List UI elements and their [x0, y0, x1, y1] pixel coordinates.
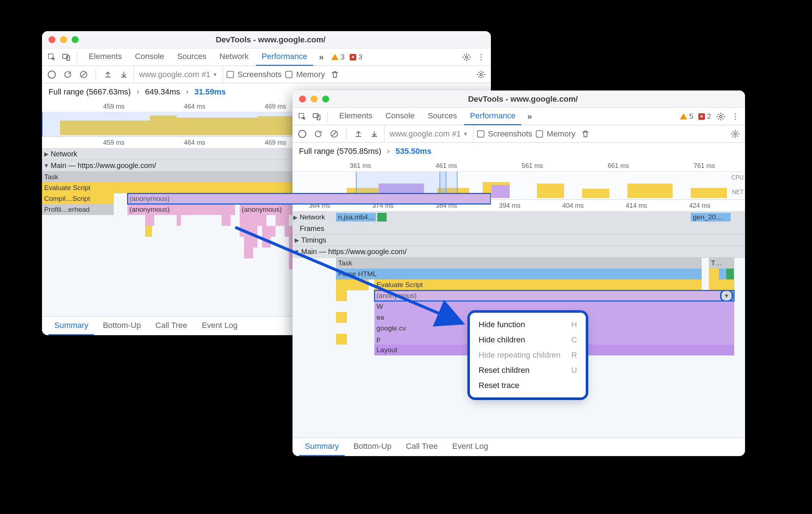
- btab-event-log[interactable]: Event Log: [446, 438, 494, 456]
- disclosure-icon: ▼: [43, 163, 49, 169]
- flame-stripe[interactable]: [709, 279, 734, 290]
- errors-badge[interactable]: 2: [697, 112, 712, 121]
- more-tabs-button[interactable]: »: [315, 51, 328, 63]
- network-request[interactable]: gen_20…: [691, 213, 731, 222]
- memory-checkbox[interactable]: [285, 71, 293, 78]
- flame-stripe[interactable]: [336, 279, 369, 290]
- reload-icon[interactable]: [312, 128, 324, 140]
- gear-icon[interactable]: [460, 51, 473, 63]
- screenshots-label: Screenshots: [237, 70, 282, 79]
- flame-parse-html[interactable]: Parse HTML: [336, 269, 702, 279]
- screenshots-checkbox[interactable]: [227, 71, 234, 78]
- errors-badge[interactable]: 3: [348, 53, 364, 61]
- upload-icon[interactable]: [102, 68, 114, 81]
- btab-call-tree[interactable]: Call Tree: [150, 317, 193, 335]
- gear-icon[interactable]: [715, 110, 727, 123]
- flame-w[interactable]: W: [374, 301, 734, 312]
- btab-event-log[interactable]: Event Log: [196, 317, 243, 335]
- close-window-dot[interactable]: [49, 36, 55, 43]
- flame-compile-script[interactable]: Compil…Script: [42, 193, 114, 204]
- flame-profiler-overhead[interactable]: Profili…erhead: [42, 204, 114, 215]
- flame-stripe[interactable]: [336, 290, 347, 301]
- flame-anonymous[interactable]: (anonymous): [127, 204, 235, 215]
- recording-select-label: www.google.com #1: [139, 70, 210, 79]
- minimize-window-dot[interactable]: [60, 36, 67, 43]
- flame-evaluate-script[interactable]: Evaluate Script: [374, 279, 702, 290]
- breadcrumb-sep: ›: [186, 87, 188, 97]
- ctx-hide-children[interactable]: Hide children C: [470, 332, 586, 347]
- device-toggle-icon[interactable]: [311, 110, 323, 123]
- trash-icon[interactable]: [329, 68, 341, 81]
- close-window-dot[interactable]: [299, 96, 306, 102]
- flamechart[interactable]: ▶ Network n,jsa,mb4… gen_20… Frames ▶ Ti…: [293, 211, 745, 437]
- crumb-leaf[interactable]: 535.50ms: [396, 147, 432, 156]
- warnings-badge[interactable]: 5: [678, 112, 695, 121]
- crumb-leaf[interactable]: 31.59ms: [194, 87, 226, 97]
- track-frames[interactable]: Frames: [293, 223, 745, 235]
- flame-task-short[interactable]: T…: [709, 258, 734, 269]
- memory-checkbox[interactable]: [536, 130, 543, 138]
- breadcrumb-sep: ›: [136, 87, 139, 97]
- recording-select[interactable]: www.google.com #1 ▼: [384, 125, 474, 142]
- reload-icon[interactable]: [62, 68, 74, 81]
- more-tabs-button[interactable]: »: [523, 110, 536, 123]
- clear-icon[interactable]: [328, 128, 340, 140]
- network-request[interactable]: [377, 213, 387, 222]
- inspect-icon[interactable]: [46, 51, 58, 63]
- warnings-badge[interactable]: 3: [330, 53, 346, 61]
- btab-call-tree[interactable]: Call Tree: [400, 438, 443, 456]
- svg-point-6: [480, 59, 481, 60]
- device-toggle-icon[interactable]: [60, 51, 72, 63]
- minimize-window-dot[interactable]: [311, 96, 317, 102]
- clear-icon[interactable]: [77, 68, 90, 81]
- tab-performance[interactable]: Performance: [256, 49, 313, 66]
- crumb-mid[interactable]: 649.34ms: [145, 87, 180, 97]
- btab-summary[interactable]: Summary: [49, 317, 94, 335]
- tab-console[interactable]: Console: [129, 49, 170, 66]
- flame-stripe[interactable]: [336, 312, 347, 323]
- record-button[interactable]: [46, 68, 58, 81]
- ctx-hide-function[interactable]: Hide function H: [470, 317, 586, 332]
- tab-network[interactable]: Network: [214, 49, 254, 66]
- crumb-full-range[interactable]: Full range (5667.63ms): [49, 87, 131, 97]
- ctx-reset-children[interactable]: Reset children U: [470, 363, 586, 378]
- btab-bottom-up[interactable]: Bottom-Up: [97, 317, 147, 335]
- btab-bottom-up[interactable]: Bottom-Up: [348, 438, 397, 456]
- download-icon[interactable]: [368, 128, 380, 140]
- download-icon[interactable]: [118, 68, 130, 81]
- gear-icon[interactable]: [475, 68, 487, 81]
- overview-label-net: NET: [732, 189, 744, 195]
- separator: [96, 69, 96, 80]
- flame-anonymous-selected[interactable]: (anonymous): [127, 193, 491, 204]
- kebab-icon[interactable]: [475, 51, 487, 63]
- recording-select[interactable]: www.google.com #1 ▼: [134, 66, 223, 83]
- kebab-icon[interactable]: [729, 110, 741, 123]
- network-request[interactable]: n,jsa,mb4…: [336, 213, 376, 222]
- inspect-icon[interactable]: [296, 110, 308, 123]
- btab-summary[interactable]: Summary: [299, 438, 345, 456]
- flame-anonymous-selected[interactable]: (anonymous) ▼: [374, 290, 734, 301]
- upload-icon[interactable]: [352, 128, 365, 140]
- tab-console[interactable]: Console: [380, 108, 421, 125]
- zoom-window-dot[interactable]: [72, 36, 79, 43]
- trash-icon[interactable]: [579, 128, 592, 140]
- track-main[interactable]: ▼ Main — https://www.google.com/: [293, 246, 745, 258]
- crumb-full-range[interactable]: Full range (5705.85ms): [299, 147, 381, 156]
- tab-sources[interactable]: Sources: [422, 108, 463, 125]
- ctx-reset-trace[interactable]: Reset trace: [470, 378, 586, 393]
- flame-task[interactable]: Task: [336, 258, 702, 269]
- record-button[interactable]: [296, 128, 308, 140]
- flame-entry-menu-button[interactable]: ▼: [721, 291, 732, 300]
- track-timings[interactable]: ▶ Timings: [293, 235, 745, 246]
- flame-stripe[interactable]: [709, 269, 734, 279]
- flame-stripe[interactable]: [336, 334, 347, 345]
- tab-sources[interactable]: Sources: [171, 49, 212, 66]
- gear-icon[interactable]: [729, 128, 741, 140]
- screenshots-checkbox[interactable]: [477, 130, 484, 138]
- ruler-tick: 459 ms: [103, 139, 125, 147]
- tab-performance[interactable]: Performance: [464, 108, 521, 125]
- perf-toolbar: www.google.com #1 ▼ Screenshots Memory: [293, 125, 745, 143]
- zoom-window-dot[interactable]: [322, 96, 329, 102]
- tab-elements[interactable]: Elements: [333, 108, 378, 125]
- tab-elements[interactable]: Elements: [83, 49, 128, 66]
